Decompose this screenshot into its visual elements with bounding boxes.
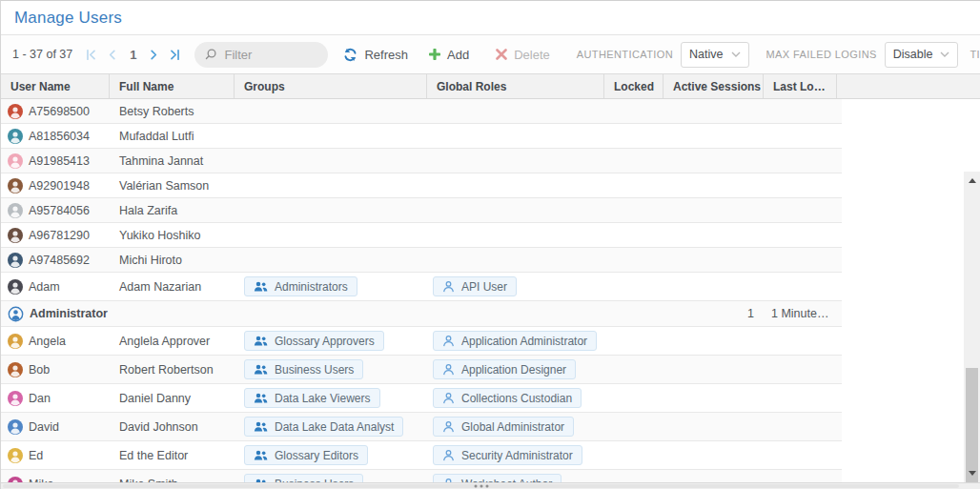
cell-full-name: Hala Zarifa bbox=[110, 198, 235, 222]
delete-label: Delete bbox=[514, 48, 550, 62]
cell-active-sessions bbox=[664, 441, 764, 469]
column-header-last-login[interactable]: Last Lo… bbox=[764, 74, 837, 98]
next-page-button[interactable] bbox=[148, 49, 160, 61]
badge-label: Data Lake Viewers bbox=[275, 392, 371, 405]
cell-global-roles: Worksheet Author bbox=[427, 470, 604, 482]
woman-red-hair-avatar bbox=[8, 104, 23, 119]
table-row[interactable]: AdamAdam NazarianAdministratorsAPI User bbox=[1, 273, 842, 301]
group-badge[interactable]: Data Lake Data Analyst bbox=[244, 417, 403, 437]
cell-last-login bbox=[764, 441, 837, 469]
triangle-up-icon bbox=[969, 178, 976, 183]
table-row[interactable]: A92901948Valérian Samson bbox=[1, 173, 842, 198]
column-header-full-name[interactable]: Full Name bbox=[110, 74, 235, 98]
group-people-icon bbox=[254, 336, 268, 346]
cell-full-name: Valérian Samson bbox=[110, 173, 235, 197]
role-badge[interactable]: Collections Custodian bbox=[433, 388, 582, 408]
refresh-button[interactable]: Refresh bbox=[343, 48, 408, 62]
role-badge[interactable]: Application Designer bbox=[433, 359, 576, 379]
group-people-icon bbox=[254, 421, 268, 432]
group-badge[interactable]: Administrators bbox=[244, 276, 357, 296]
column-header-global-roles[interactable]: Global Roles bbox=[427, 74, 604, 98]
timeout-label: TIMEOUT bbox=[970, 49, 980, 60]
column-header-groups[interactable]: Groups bbox=[235, 74, 427, 98]
group-badge[interactable]: Glossary Editors bbox=[244, 445, 368, 465]
table-row[interactable]: AngelaAnglela ApproverGlossary Approvers… bbox=[1, 327, 842, 356]
table-row[interactable]: DavidDavid JohnsonData Lake Data Analyst… bbox=[1, 413, 842, 441]
cell-active-sessions bbox=[664, 223, 764, 247]
cell-user-name: A75698500 bbox=[1, 99, 110, 123]
role-badge[interactable]: Security Administrator bbox=[433, 445, 582, 465]
group-badge[interactable]: Business Users bbox=[244, 359, 363, 379]
horizontal-scrollbar[interactable] bbox=[1, 482, 980, 489]
cell-global-roles bbox=[427, 198, 604, 222]
cell-locked bbox=[604, 223, 664, 247]
cell-last-login bbox=[764, 173, 837, 197]
table-row[interactable]: BobRobert RobertsonBusiness UsersApplica… bbox=[1, 356, 842, 384]
column-header-active-sessions[interactable]: Active Sessions bbox=[664, 74, 764, 98]
prev-page-button[interactable] bbox=[106, 49, 118, 61]
cell-active-sessions bbox=[664, 99, 764, 123]
max-failed-logins-select[interactable]: Disable bbox=[885, 42, 959, 68]
cell-locked bbox=[604, 149, 664, 173]
cell-last-login bbox=[764, 248, 837, 272]
filter-input[interactable] bbox=[224, 48, 319, 62]
cell-last-login bbox=[764, 198, 837, 222]
cell-global-roles bbox=[427, 248, 604, 272]
table-row[interactable]: A97485692Michi Hiroto bbox=[1, 248, 842, 273]
triangle-down-icon bbox=[969, 471, 976, 476]
chevron-down-icon bbox=[940, 51, 949, 57]
table-row[interactable]: A81856034Mufaddal Lutfi bbox=[1, 124, 842, 149]
user-name-text: Angela bbox=[29, 335, 66, 348]
group-people-icon bbox=[254, 281, 268, 292]
column-header-user-name[interactable]: User Name bbox=[1, 74, 110, 98]
first-page-button[interactable] bbox=[85, 49, 97, 61]
cell-active-sessions bbox=[664, 149, 764, 173]
user-name-text: Ed bbox=[29, 449, 43, 462]
delete-button[interactable]: Delete bbox=[496, 48, 550, 62]
cell-full-name: Ed the Editor bbox=[110, 441, 235, 469]
active-sessions-value: 1 bbox=[747, 307, 754, 320]
authentication-select[interactable]: Native bbox=[681, 42, 748, 68]
cell-user-name: A95784056 bbox=[1, 198, 110, 222]
authentication-value: Native bbox=[689, 48, 723, 61]
group-badge[interactable]: Data Lake Viewers bbox=[244, 388, 380, 408]
table-row[interactable]: EdEd the EditorGlossary EditorsSecurity … bbox=[1, 441, 842, 470]
vertical-scrollbar[interactable] bbox=[964, 172, 980, 482]
cell-full-name: Mufaddal Lutfi bbox=[110, 124, 235, 148]
scroll-down-button[interactable] bbox=[964, 466, 980, 480]
group-badge[interactable]: Business Users bbox=[244, 474, 363, 482]
table-row[interactable]: Administrator11 Minute… bbox=[1, 301, 842, 327]
role-badge[interactable]: API User bbox=[433, 276, 517, 296]
column-header-locked[interactable]: Locked bbox=[604, 74, 664, 98]
full-name-text: Mufaddal Lutfi bbox=[119, 130, 194, 143]
group-badge[interactable]: Glossary Approvers bbox=[244, 331, 384, 351]
role-badge[interactable]: Application Administrator bbox=[433, 331, 597, 351]
horizontal-scrollbar-thumb[interactable] bbox=[3, 484, 959, 488]
full-name-text: Valérian Samson bbox=[119, 179, 209, 193]
cell-global-roles: Global Administrator bbox=[427, 413, 604, 440]
table-row[interactable]: A75698500Betsy Roberts bbox=[1, 99, 842, 124]
badge-label: Administrators bbox=[275, 280, 348, 294]
add-button[interactable]: Add bbox=[429, 48, 469, 62]
full-name-text: Yukiko Hoshiko bbox=[119, 229, 200, 242]
group-people-icon bbox=[254, 393, 268, 403]
role-badge[interactable]: Global Administrator bbox=[433, 417, 574, 437]
cell-full-name: Yukiko Hoshiko bbox=[110, 223, 235, 247]
cell-groups: Administrators bbox=[235, 273, 427, 300]
table-row[interactable]: A96781290Yukiko Hoshiko bbox=[1, 223, 842, 248]
role-person-icon bbox=[442, 420, 455, 433]
user-name-text: A91985413 bbox=[29, 154, 90, 168]
table-row[interactable]: DanDaniel DannyData Lake ViewersCollecti… bbox=[1, 384, 842, 413]
role-person-icon bbox=[442, 449, 455, 461]
table-row[interactable]: A91985413Tahmina Jannat bbox=[1, 149, 842, 173]
last-page-button[interactable] bbox=[169, 49, 181, 61]
table-row[interactable]: MikeMike SmithBusiness UsersWorksheet Au… bbox=[1, 470, 842, 482]
scroll-up-button[interactable] bbox=[964, 173, 980, 188]
chevron-down-icon bbox=[731, 51, 741, 57]
table-row[interactable]: A95784056Hala Zarifa bbox=[1, 198, 842, 223]
max-failed-logins-label: MAX FAILED LOGINS bbox=[766, 49, 877, 60]
role-person-icon bbox=[442, 392, 455, 404]
role-badge[interactable]: Worksheet Author bbox=[433, 474, 561, 482]
user-name-text: David bbox=[29, 420, 59, 434]
full-name-text: Tahmina Jannat bbox=[119, 154, 203, 168]
